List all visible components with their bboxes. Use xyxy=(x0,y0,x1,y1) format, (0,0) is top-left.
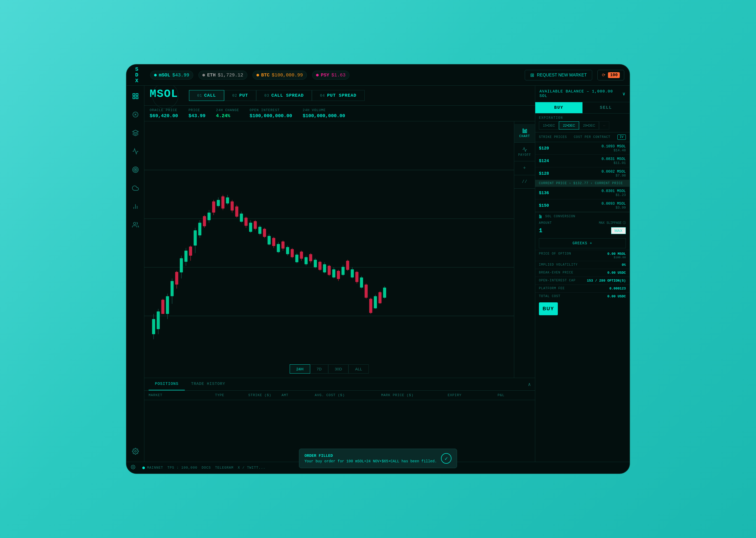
current-price-text: CURRENT PRICE › $132.77 ‹ CURRENT PRICE xyxy=(539,182,623,185)
tab-put-spread[interactable]: 04 PUT SPREAD xyxy=(312,90,365,101)
svg-marker-7 xyxy=(132,130,138,133)
strike-row-136[interactable]: $136 0.0301 MSOL $1.23 xyxy=(535,187,630,199)
tab-put[interactable]: 02 PUT xyxy=(224,90,256,101)
btc-name: BTC xyxy=(261,73,269,78)
network-status: MAINNET xyxy=(132,466,163,470)
strike-row-124[interactable]: $124 0.0831 MSOL $11.01 xyxy=(535,155,630,167)
stat-open-interest: OPEN INTEREST $100,000,000.00 xyxy=(250,108,292,119)
svg-rect-72 xyxy=(267,236,271,244)
svg-rect-52 xyxy=(221,196,224,209)
asset-msol[interactable]: mSOL $43.99 xyxy=(150,71,193,80)
network-dot xyxy=(142,466,145,469)
detail-implied-vol: IMPLIED VOLATILITY 0% xyxy=(535,261,630,269)
svg-point-128 xyxy=(132,466,134,468)
strike-row-120[interactable]: $120 0.1093 MSOL $14.48 xyxy=(535,142,630,155)
content-area: MSOL 01 CALL 02 PUT 03 CALL SPREAD 04 xyxy=(144,86,535,462)
time-btn-all[interactable]: ALL xyxy=(349,364,369,374)
sidebar-icon-users[interactable] xyxy=(130,220,141,230)
sell-tab[interactable]: SELL xyxy=(583,102,630,113)
time-btn-30d[interactable]: 30D xyxy=(328,364,349,374)
strike-150-price: $150 xyxy=(539,203,549,208)
strike-128-price: $128 xyxy=(539,171,549,176)
max-slippage-label: MAX SLIPPAGE xyxy=(599,221,622,225)
stat-price-label: PRICE xyxy=(188,108,206,112)
link-twitter[interactable]: X / TWITT... xyxy=(238,466,266,470)
sidebar-icon-target[interactable] xyxy=(130,164,141,175)
svg-rect-122 xyxy=(383,288,386,298)
chart-sidebar: CHART PAYOFF + // xyxy=(514,121,535,378)
tab-call[interactable]: 01 CALL xyxy=(189,90,224,101)
market-stats: ORACLE PRICE $69,420.00 PRICE $43.99 24H… xyxy=(144,106,535,121)
chart-btn-diagonal[interactable]: // xyxy=(514,175,535,188)
asset-btc[interactable]: BTC $100,000.99 xyxy=(253,71,307,80)
svg-rect-24 xyxy=(157,311,160,329)
stat-change-value: 4.24% xyxy=(216,113,239,119)
stat-vol-value: $100,000,000.00 xyxy=(303,113,345,119)
right-panel: AVAILABLE BALANCE – 1,000.00 SOL ∨ BUY S… xyxy=(535,86,630,462)
collapse-btn[interactable]: ∧ xyxy=(528,381,531,387)
asset-eth[interactable]: ETH $1,729.12 xyxy=(199,71,247,80)
sidebar-icon-cloud[interactable] xyxy=(130,183,141,193)
sidebar-icon-grid[interactable] xyxy=(130,91,141,101)
chart-btn-payoff[interactable]: PAYOFF xyxy=(514,143,535,161)
detail-oi-value: 153 / 280 OPTION(S) xyxy=(587,279,626,283)
network-label: MAINNET xyxy=(147,466,163,470)
sidebar-icon-xcircle[interactable] xyxy=(130,109,141,120)
tab-positions[interactable]: POSITIONS xyxy=(149,378,185,390)
max-button[interactable]: MAX xyxy=(611,227,626,234)
time-btn-7d[interactable]: 7D xyxy=(310,364,328,374)
stat-oi-value: $100,000,000.00 xyxy=(250,113,292,119)
amount-input-row: 1 MAX xyxy=(535,227,630,237)
link-docs[interactable]: DOCS xyxy=(202,466,211,470)
expiry-22dec[interactable]: 22•DEC xyxy=(559,121,579,130)
col-amt: AMT xyxy=(281,393,315,397)
sidebar-icon-chart[interactable] xyxy=(130,201,141,212)
strike-120-price: $120 xyxy=(539,146,549,151)
expiry-15dec[interactable]: 15•DEC xyxy=(539,121,559,130)
expiry-29dec[interactable]: 29•DEC xyxy=(579,121,599,130)
buy-action-button[interactable]: BUY xyxy=(539,302,558,315)
svg-rect-56 xyxy=(231,201,234,211)
col-pnl: P&L xyxy=(497,393,531,397)
expand-icon[interactable]: ∨ xyxy=(622,91,625,97)
buy-sell-tabs: BUY SELL xyxy=(535,102,630,114)
chart-btn-plus[interactable]: + xyxy=(514,161,535,175)
chart-btn-chart[interactable]: CHART xyxy=(514,124,535,143)
strike-row-128[interactable]: $128 0.0602 MSOL $7.98 xyxy=(535,167,630,180)
tab02-label: PUT xyxy=(239,93,248,98)
greeks-button[interactable]: GREEKS + xyxy=(539,238,626,248)
sidebar-icon-layers[interactable] xyxy=(130,128,141,138)
top-bar: SDX mSOL $43.99 ETH $1,729.12 BTC $100,0… xyxy=(126,65,630,86)
buy-tab[interactable]: BUY xyxy=(535,102,583,113)
asset-psy[interactable]: PSY $1.63 xyxy=(312,71,350,80)
settings-icon-status[interactable] xyxy=(131,465,135,471)
time-btn-24h[interactable]: 24H xyxy=(290,364,310,374)
svg-rect-36 xyxy=(185,250,188,262)
sidebar-icon-activity[interactable] xyxy=(130,146,141,157)
positions-header: MARKET TYPE STRIKE ($) AMT AVG. COST ($)… xyxy=(144,391,535,400)
request-market-button[interactable]: ⊞ REQUEST NEW MARKET xyxy=(525,70,592,81)
tab-trade-history[interactable]: TRADE HISTORY xyxy=(185,378,231,390)
strike-row-150[interactable]: $150 0.0093 MSOL $3.99 xyxy=(535,199,630,212)
svg-rect-2 xyxy=(133,97,135,99)
right-panel-scroll: EXPIRATION 15•DEC 22•DEC 29•DEC -- STRIK… xyxy=(535,114,630,462)
svg-rect-28 xyxy=(166,296,169,314)
svg-rect-48 xyxy=(212,201,215,213)
tab-call-spread[interactable]: 03 CALL SPREAD xyxy=(256,90,312,101)
svg-rect-78 xyxy=(281,242,285,248)
sidebar-icon-settings[interactable] xyxy=(130,446,141,457)
strike-128-cost: 0.0602 MSOL $7.98 xyxy=(602,169,626,178)
chart-btn-payoff-label: PAYOFF xyxy=(518,153,531,157)
detail-be-value: 0.00 USDC xyxy=(607,271,626,275)
amount-value[interactable]: 1 xyxy=(539,228,542,234)
tab04-num: 04 xyxy=(320,93,325,98)
svg-rect-98 xyxy=(328,266,331,275)
candlestick-chart xyxy=(144,121,514,365)
detail-fee-value: 0.000123 xyxy=(609,287,626,291)
current-price-bar: CURRENT PRICE › $132.77 ‹ CURRENT PRICE xyxy=(535,180,630,187)
iv-toggle[interactable]: IV xyxy=(617,134,626,140)
detail-be-label: BREAK-EVEN PRICE xyxy=(539,271,573,275)
svg-point-14 xyxy=(133,222,136,225)
link-telegram[interactable]: TELEGRAM xyxy=(215,466,233,470)
svg-rect-0 xyxy=(133,93,135,96)
